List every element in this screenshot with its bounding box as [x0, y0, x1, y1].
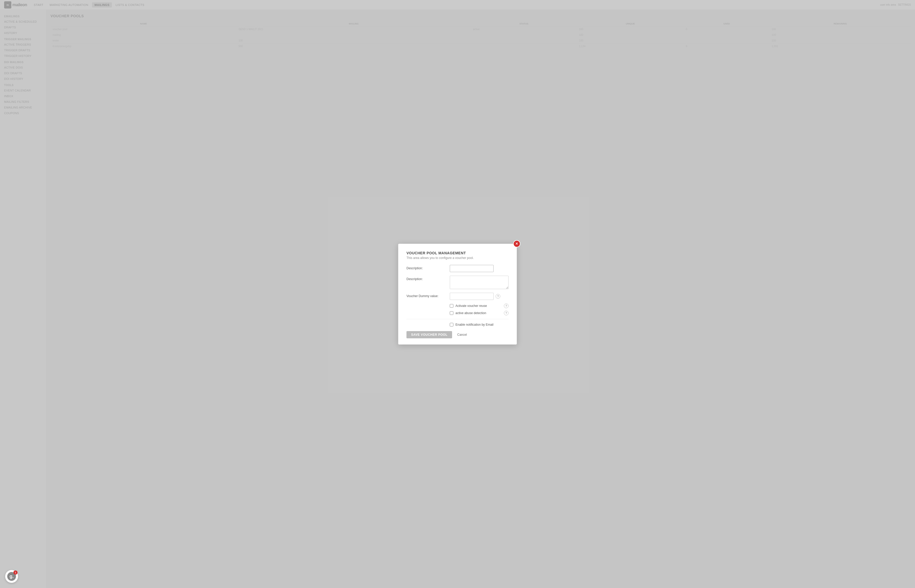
dummy-value-row: Voucher Dummy value: ?: [406, 293, 509, 300]
modal-close-button[interactable]: ×: [513, 240, 521, 247]
notification-row: Enable notification by Email: [406, 323, 509, 326]
voucher-reuse-row: Activate voucher reuse ?: [406, 304, 509, 308]
abuse-detection-checkbox[interactable]: [450, 311, 453, 315]
description-short-input[interactable]: [450, 265, 493, 272]
modal-buttons: SAVE VOUCHER POOL Cancel: [406, 331, 509, 338]
description-long-row: Description:: [406, 276, 509, 289]
notification-label: Enable notification by Email: [456, 323, 509, 326]
cancel-button[interactable]: Cancel: [455, 331, 469, 338]
notification-checkbox[interactable]: [450, 323, 453, 326]
voucher-reuse-label: Activate voucher reuse: [456, 304, 502, 308]
gryphon-badge-count: 1: [13, 570, 18, 575]
abuse-detection-label: active abuse detection: [456, 311, 502, 315]
abuse-detection-row: active abuse detection ?: [406, 311, 509, 315]
dummy-value-input[interactable]: [450, 293, 493, 300]
description-short-row: Description:: [406, 265, 509, 272]
voucher-reuse-checkbox[interactable]: [450, 304, 453, 308]
save-voucher-pool-button[interactable]: SAVE VOUCHER POOL: [406, 331, 452, 338]
modal-title: VOUCHER POOL MANAGEMENT: [406, 251, 509, 255]
gryphon-badge[interactable]: 1 g.: [5, 570, 18, 583]
description-long-label: Description:: [406, 276, 448, 281]
voucher-reuse-help-icon[interactable]: ?: [504, 304, 509, 308]
voucher-pool-modal: × VOUCHER POOL MANAGEMENT This area allo…: [398, 244, 517, 344]
form-divider: [406, 319, 509, 319]
modal-subtitle: This area allows you to configure a vouc…: [406, 256, 509, 260]
abuse-detection-help-icon[interactable]: ?: [504, 311, 509, 315]
description-textarea[interactable]: [450, 276, 509, 289]
dummy-help-icon[interactable]: ?: [496, 294, 500, 299]
dummy-value-label: Voucher Dummy value:: [406, 293, 448, 298]
description-short-label: Description:: [406, 265, 448, 270]
modal-overlay: × VOUCHER POOL MANAGEMENT This area allo…: [0, 0, 915, 588]
